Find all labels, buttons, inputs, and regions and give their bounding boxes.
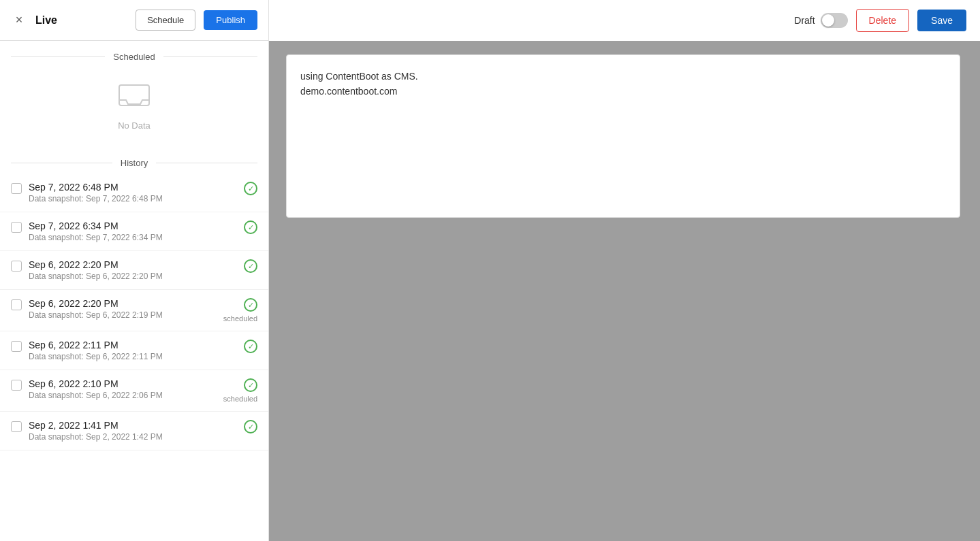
history-checkbox[interactable] <box>11 222 22 233</box>
history-snapshot: Data snapshot: Sep 2, 2022 1:42 PM <box>29 432 237 442</box>
history-list: Sep 7, 2022 6:48 PM Data snapshot: Sep 7… <box>0 174 268 464</box>
toggle-knob <box>822 14 834 27</box>
check-circle-icon: ✓ <box>244 420 257 433</box>
check-circle-icon: ✓ <box>244 378 257 392</box>
no-data-area: No Data <box>0 67 268 147</box>
history-item: Sep 2, 2022 1:41 PM Data snapshot: Sep 2… <box>0 412 268 450</box>
sidebar-title: Live <box>35 14 127 27</box>
history-info: Sep 6, 2022 2:11 PM Data snapshot: Sep 6… <box>29 340 237 361</box>
check-circle-icon: ✓ <box>244 340 257 353</box>
history-checkbox[interactable] <box>11 421 22 432</box>
scheduled-badge: scheduled <box>223 314 257 323</box>
history-snapshot: Data snapshot: Sep 7, 2022 6:34 PM <box>29 233 237 242</box>
close-button[interactable]: × <box>11 12 27 29</box>
save-button[interactable]: Save <box>917 10 966 31</box>
check-circle-icon: ✓ <box>244 298 257 312</box>
history-info: Sep 7, 2022 6:34 PM Data snapshot: Sep 7… <box>29 220 237 242</box>
check-circle-icon: ✓ <box>244 182 257 195</box>
history-item: Sep 6, 2022 2:20 PM Data snapshot: Sep 6… <box>0 290 268 331</box>
history-checkbox[interactable] <box>11 261 22 272</box>
svg-rect-0 <box>119 85 149 105</box>
history-snapshot: Data snapshot: Sep 6, 2022 2:06 PM <box>29 391 217 400</box>
history-item: Sep 6, 2022 2:10 PM Data snapshot: Sep 6… <box>0 370 268 412</box>
scheduled-section-title: Scheduled <box>113 52 155 62</box>
history-info: Sep 2, 2022 1:41 PM Data snapshot: Sep 2… <box>29 420 237 442</box>
history-item: Sep 7, 2022 6:48 PM Data snapshot: Sep 7… <box>0 174 268 212</box>
history-time: Sep 2, 2022 1:41 PM <box>29 420 237 431</box>
editor-content: using ContentBoot as CMS. demo.contentbo… <box>272 41 980 541</box>
publish-button[interactable]: Publish <box>204 10 257 30</box>
history-section-header: History <box>0 147 268 174</box>
history-snapshot: Data snapshot: Sep 6, 2022 2:20 PM <box>29 272 237 281</box>
history-checkbox[interactable] <box>11 380 22 391</box>
history-info: Sep 6, 2022 2:20 PM Data snapshot: Sep 6… <box>29 298 217 320</box>
draft-toggle-area: Draft <box>794 13 847 28</box>
no-data-label: No Data <box>118 120 151 131</box>
history-right: ✓ scheduled <box>223 298 257 323</box>
history-checkbox[interactable] <box>11 183 22 194</box>
editor-card: using ContentBoot as CMS. demo.contentbo… <box>286 54 960 218</box>
history-checkbox[interactable] <box>11 299 22 310</box>
history-checkbox[interactable] <box>11 341 22 352</box>
history-line-right <box>156 163 257 163</box>
history-section-title: History <box>121 158 148 168</box>
history-info: Sep 7, 2022 6:48 PM Data snapshot: Sep 7… <box>29 182 237 203</box>
sidebar-header: × Live Schedule Publish <box>0 0 268 41</box>
draft-toggle[interactable] <box>821 13 848 28</box>
history-line-left <box>11 163 112 163</box>
history-right: ✓ <box>244 340 257 353</box>
section-line-right <box>163 56 257 57</box>
history-right: ✓ <box>244 420 257 433</box>
schedule-button[interactable]: Schedule <box>136 10 195 31</box>
scheduled-section-header: Scheduled <box>0 41 268 67</box>
history-right: ✓ <box>244 182 257 195</box>
history-item: Sep 6, 2022 2:20 PM Data snapshot: Sep 6… <box>0 251 268 290</box>
history-time: Sep 7, 2022 6:34 PM <box>29 220 237 231</box>
history-snapshot: Data snapshot: Sep 6, 2022 2:19 PM <box>29 310 217 320</box>
history-time: Sep 6, 2022 2:20 PM <box>29 259 237 270</box>
history-time: Sep 6, 2022 2:10 PM <box>29 378 217 389</box>
history-item: Sep 6, 2022 2:11 PM Data snapshot: Sep 6… <box>0 331 268 370</box>
history-snapshot: Data snapshot: Sep 7, 2022 6:48 PM <box>29 194 237 203</box>
editor-line1: using ContentBoot as CMS. <box>300 69 946 84</box>
history-time: Sep 6, 2022 2:20 PM <box>29 298 217 309</box>
history-right: ✓ scheduled <box>223 378 257 403</box>
history-info: Sep 6, 2022 2:10 PM Data snapshot: Sep 6… <box>29 378 217 400</box>
check-circle-icon: ✓ <box>244 259 257 273</box>
history-info: Sep 6, 2022 2:20 PM Data snapshot: Sep 6… <box>29 259 237 281</box>
check-circle-icon: ✓ <box>244 220 257 234</box>
draft-label: Draft <box>794 15 815 26</box>
history-right: ✓ <box>244 220 257 234</box>
history-snapshot: Data snapshot: Sep 6, 2022 2:11 PM <box>29 352 237 361</box>
scheduled-badge: scheduled <box>223 395 257 403</box>
history-time: Sep 6, 2022 2:11 PM <box>29 340 237 350</box>
delete-button[interactable]: Delete <box>856 9 909 32</box>
history-right: ✓ <box>244 259 257 273</box>
history-time: Sep 7, 2022 6:48 PM <box>29 182 237 193</box>
editor-line2: demo.contentboot.com <box>300 84 946 99</box>
sidebar-panel: × Live Schedule Publish Scheduled No Dat… <box>0 0 269 541</box>
section-line-left <box>11 56 105 57</box>
no-data-icon <box>116 84 152 114</box>
history-item: Sep 7, 2022 6:34 PM Data snapshot: Sep 7… <box>0 212 268 251</box>
